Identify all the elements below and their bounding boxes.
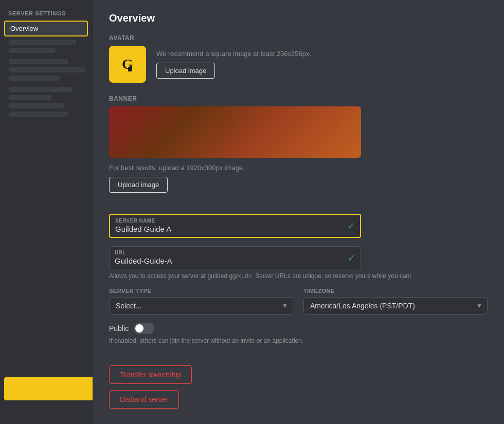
sidebar: Server settings Overview Save changes Ca… [0,0,93,424]
sidebar-skeleton-7 [9,95,51,100]
public-helper: If enabled, others can join the server w… [109,337,488,344]
type-timezone-row: Server type Select... Gaming Community E… [109,288,488,315]
avatar-hint: We recommend a square image at least 256… [156,50,311,58]
sidebar-skeleton-8 [9,103,64,108]
sidebar-title: Server settings [4,8,88,21]
server-type-wrapper: Select... Gaming Community Education Oth… [109,297,293,315]
url-input[interactable] [115,256,343,265]
upload-banner-button[interactable]: Upload image [109,177,168,193]
url-group: URL ✓ Allows you to access your server a… [109,246,488,280]
url-label: URL [115,250,355,255]
avatar-label: Avatar [109,34,488,42]
divider-2 [109,355,488,355]
sidebar-skeleton-5 [9,76,60,81]
danger-section: Transfer ownership Disband server [109,365,488,409]
public-toggle-row: Public [109,323,488,334]
avatar: G [109,46,146,83]
timezone-select[interactable]: America/Los Angeles (PST/PDT) America/Ne… [303,297,488,315]
server-type-col: Server type Select... Gaming Community E… [109,288,293,315]
sidebar-skeleton-9 [9,112,68,117]
upload-avatar-button[interactable]: Upload image [156,63,215,79]
sidebar-skeleton-6 [9,87,72,92]
server-type-select[interactable]: Select... Gaming Community Education Oth… [109,297,293,315]
timezone-wrapper: America/Los Angeles (PST/PDT) America/Ne… [303,297,488,315]
server-name-field-wrapper: Server name ✓ [109,214,361,238]
banner-image [109,106,361,158]
url-helper: Allows you to access your server at guil… [109,272,488,280]
banner-hint: For best results, upload a 1920x300px im… [109,164,488,172]
avatar-info: We recommend a square image at least 256… [156,50,311,79]
avatar-logo: G [122,56,133,72]
disband-server-button[interactable]: Disband server [109,390,179,409]
public-label: Public [109,324,129,333]
server-name-group: Server name ✓ [109,214,488,238]
server-name-input[interactable] [115,225,343,233]
server-name-check: ✓ [347,220,355,232]
sidebar-skeleton-2 [9,48,56,53]
sidebar-skeleton-4 [9,67,85,72]
page-title: Overview [109,12,488,24]
url-field-wrapper: URL ✓ [109,246,361,269]
divider-1 [109,203,488,204]
public-toggle[interactable] [134,323,154,334]
timezone-col: Timezone America/Los Angeles (PST/PDT) A… [303,288,488,315]
server-name-label: Server name [115,218,355,224]
sidebar-skeleton-3 [9,59,68,64]
transfer-ownership-button[interactable]: Transfer ownership [109,365,192,384]
timezone-label: Timezone [303,288,488,294]
main-content: Overview Avatar G We recommend a square … [93,0,504,424]
sidebar-item-overview[interactable]: Overview [4,21,88,36]
avatar-section: G We recommend a square image at least 2… [109,46,488,83]
server-type-label: Server type [109,288,293,294]
banner-section: Banner For best results, upload a 1920x3… [109,95,488,193]
sidebar-skeleton-1 [9,40,76,45]
url-check: ✓ [348,252,355,264]
public-section: Public If enabled, others can join the s… [109,323,488,344]
banner-label: Banner [109,95,488,102]
